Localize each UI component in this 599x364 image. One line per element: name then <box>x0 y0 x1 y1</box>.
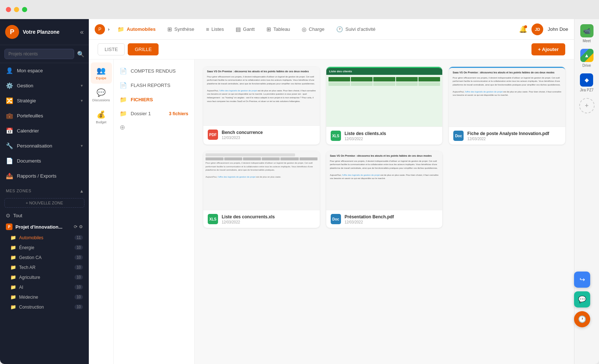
folder-icon: 📁 <box>10 284 16 290</box>
folder-item-gestion-ca[interactable]: 📁 Gestion CA 10 <box>0 252 89 262</box>
tab-charge[interactable]: ◎ Charge <box>297 23 330 36</box>
jira-icon: ◆ <box>580 73 593 87</box>
projects-search-input[interactable] <box>4 49 74 59</box>
tab-tableau[interactable]: ⊞ Tableau <box>261 23 295 36</box>
chevron-up-icon[interactable]: ▴ <box>80 188 83 194</box>
folder-name: Dossier 1 <box>131 111 151 116</box>
chat-action-button[interactable]: 💬 <box>574 291 590 307</box>
file-card-fiche-poste[interactable]: Saas VS On Premise : découvrez les atout… <box>449 67 565 145</box>
files-grid: Saas VS On Premise : découvrez les atout… <box>195 59 574 364</box>
file-name: Présentation Bench.pdf <box>345 214 438 219</box>
zone-item-projet-innovation[interactable]: P Projet d'innovation... ⟳ ⚙ <box>0 221 89 233</box>
tab-label: Automobiles <box>127 26 156 32</box>
sidebar-item-portefeuilles[interactable]: 💼 Portefeuilles <box>0 108 89 123</box>
sidebar-item-personnalisation[interactable]: 🔧 Personnalisation ▾ <box>0 138 89 153</box>
category-comptes-rendus[interactable]: 📄 COMPTES RENDUS <box>114 64 194 78</box>
calendrier-icon: 📅 <box>6 127 13 134</box>
back-button[interactable]: P <box>95 24 105 34</box>
sidebar-item-mon-espace[interactable]: 👤 Mon espace <box>0 63 89 78</box>
add-folder-button[interactable]: ⊕ <box>114 120 194 134</box>
meet-integration[interactable]: 📹 Meet <box>580 24 593 43</box>
time-action-button[interactable]: 🕐 <box>574 311 590 327</box>
file-name: Liste des concurrents.xls <box>222 214 315 219</box>
listes-icon: ≡ <box>206 26 209 32</box>
sidebar-item-calendrier[interactable]: 📅 Calendrier <box>0 123 89 138</box>
minimize-button[interactable] <box>14 7 19 12</box>
sidebar-item-gestion[interactable]: ⚙️ Gestion ▾ <box>0 78 89 93</box>
notification-dot <box>524 25 527 28</box>
projet-icon: P <box>6 223 12 230</box>
tableau-icon: ⊞ <box>266 26 271 33</box>
file-name: Liste des clients.xls <box>345 131 438 136</box>
add-integration-button[interactable]: + <box>579 98 595 113</box>
jira-integration[interactable]: ◆ Jira PZ7 <box>580 73 593 92</box>
folder-label: AI <box>19 285 23 290</box>
fullscreen-button[interactable] <box>22 7 27 12</box>
file-card-liste-clients[interactable]: Liste des clients <box>326 67 443 145</box>
file-card-presentation-bench[interactable]: Saas VS On Premise : découvrez les atout… <box>326 151 443 228</box>
category-label: FICHIERS <box>131 97 153 102</box>
drive-integration[interactable]: ▲ Drive <box>580 49 593 68</box>
add-icon: + <box>585 102 589 110</box>
file-card-liste-concurrents[interactable]: Pour gérer efficacement vos projets, il … <box>203 151 320 228</box>
sidebar-item-documents[interactable]: 📄 Documents <box>0 153 89 168</box>
drive-label: Drive <box>582 63 591 68</box>
folder-badge: 10 <box>75 245 83 250</box>
folder-item-medecine[interactable]: 📁 Médecine 10 <box>0 292 89 302</box>
search-icon[interactable]: 🔍 <box>77 51 84 58</box>
folder-label: Construction <box>19 305 44 310</box>
close-button[interactable] <box>6 7 11 12</box>
folder-icon: 📁 <box>10 255 16 260</box>
synthese-icon: ⊞ <box>167 26 172 33</box>
file-date: 12/03/2022 <box>222 220 315 224</box>
folder-badge: 10 <box>75 285 83 290</box>
notification-button[interactable]: 🔔 <box>519 25 527 33</box>
sidebar-item-strategie[interactable]: 🔀 Stratégie ▾ <box>0 93 89 108</box>
pdf-icon: PDF <box>208 130 218 140</box>
discussions-panel-item[interactable]: 💬 Discussions <box>91 84 112 106</box>
folder-item-ai[interactable]: 📁 AI 10 <box>0 282 89 292</box>
strategie-icon: 🔀 <box>6 97 13 104</box>
folder-label: Médecine <box>19 295 38 300</box>
folder-item-energie[interactable]: 📁 Énergie 10 <box>0 243 89 252</box>
file-count: 3 fichiers <box>169 111 188 116</box>
clock-icon: 🕐 <box>336 26 343 33</box>
xls-icon: XLS <box>331 131 341 141</box>
liste-view-button[interactable]: LISTE <box>98 43 125 55</box>
folder-item-automobiles[interactable]: 📁 Automobiles 11 <box>0 233 89 243</box>
category-flash-reports[interactable]: 📄 FLASH REPORTS <box>114 78 194 92</box>
category-fichiers[interactable]: 📁 FICHIERS <box>114 92 194 107</box>
personnalisation-icon: 🔧 <box>6 142 13 149</box>
file-card-bench-concurrence[interactable]: Saas VS On Premise : découvrez les atout… <box>203 67 320 145</box>
folder-item-agriculture[interactable]: 📁 Agriculture 10 <box>0 272 89 282</box>
folder-icon: 📁 <box>10 265 16 270</box>
equipe-panel-item[interactable]: 👥 Equipe <box>91 62 112 84</box>
add-button[interactable]: + Ajouter <box>531 43 565 55</box>
sidebar-item-rapports[interactable]: 📤 Rapports / Exports <box>0 168 89 183</box>
file-preview: Pour gérer efficacement vos projets, il … <box>203 151 320 210</box>
folder-item-tech-ar[interactable]: 📁 Tech AR 10 <box>0 262 89 272</box>
tab-gantt[interactable]: ▤ Gantt <box>230 23 260 36</box>
tab-synthese[interactable]: ⊞ Synthèse <box>162 23 199 36</box>
budget-panel-item[interactable]: 💰 Budget <box>91 106 112 128</box>
zone-item-tout[interactable]: ⊙ Tout <box>0 210 89 221</box>
file-name: Fiche de poste Analyste Innovation.pdf <box>467 131 561 136</box>
xls-icon: XLS <box>208 214 218 224</box>
grille-view-button[interactable]: GRILLE <box>128 43 159 55</box>
file-name: Bench concurrence <box>222 130 315 135</box>
sidebar-item-label: Stratégie <box>17 98 36 103</box>
doc-icon: Doc <box>331 214 341 224</box>
new-zone-button[interactable]: + NOUVELLE ZONE <box>4 198 84 208</box>
portefeuilles-icon: 💼 <box>6 112 13 119</box>
export-action-button[interactable]: ↪ <box>574 272 590 288</box>
avatar: JD <box>531 23 543 35</box>
tab-label: Tableau <box>273 26 290 32</box>
tab-suivi-activite[interactable]: 🕐 Suivi d'activité <box>331 23 381 36</box>
tab-label: Gantt <box>243 26 255 32</box>
folder-icon: 📁 <box>120 110 127 117</box>
tab-automobiles[interactable]: 📁 Automobiles <box>112 23 161 36</box>
sidebar-collapse-icon[interactable]: « <box>80 28 84 36</box>
folder-dossier1[interactable]: 📁 Dossier 1 3 fichiers <box>114 107 194 120</box>
folder-item-construction[interactable]: 📁 Construction 10 <box>0 302 89 312</box>
tab-listes[interactable]: ≡ Listes <box>201 23 229 35</box>
